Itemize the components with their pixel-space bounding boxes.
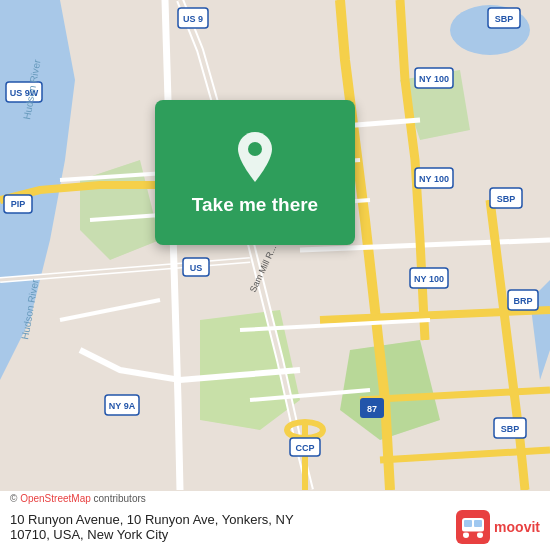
bottom-bar: © OpenStreetMap contributors 10 Runyon A…	[0, 491, 550, 550]
svg-text:SBP: SBP	[497, 194, 516, 204]
svg-line-4	[60, 300, 160, 320]
svg-text:SBP: SBP	[501, 424, 520, 434]
svg-text:NY 9A: NY 9A	[109, 401, 136, 411]
address-block: 10 Runyon Avenue, 10 Runyon Ave, Yonkers…	[10, 512, 294, 542]
osm-attribution: © OpenStreetMap contributors	[0, 491, 550, 506]
svg-text:NY 100: NY 100	[419, 174, 449, 184]
address-line1: 10 Runyon Avenue, 10 Runyon Ave, Yonkers…	[10, 512, 294, 527]
location-pin-icon	[233, 130, 277, 184]
svg-rect-51	[474, 520, 482, 527]
svg-text:SBP: SBP	[495, 14, 514, 24]
map-container: US 9 US 9W PIP NY 9A NY 100 NY 100 NY 10…	[0, 0, 550, 490]
osm-link[interactable]: OpenStreetMap	[20, 493, 91, 504]
address-line2: 10710, USA, New York City	[10, 527, 294, 542]
svg-text:BRP: BRP	[513, 296, 532, 306]
svg-rect-50	[464, 520, 472, 527]
moovit-bus-icon	[456, 510, 490, 544]
svg-point-47	[248, 142, 262, 156]
svg-point-52	[463, 532, 469, 538]
svg-point-53	[477, 532, 483, 538]
svg-text:PIP: PIP	[11, 199, 26, 209]
svg-text:US 9: US 9	[183, 14, 203, 24]
svg-text:CCP: CCP	[295, 443, 314, 453]
take-me-there-card[interactable]: Take me there	[155, 100, 355, 245]
address-row: 10 Runyon Avenue, 10 Runyon Ave, Yonkers…	[0, 506, 550, 550]
svg-text:US: US	[190, 263, 203, 273]
svg-text:87: 87	[367, 404, 377, 414]
osm-prefix: ©	[10, 493, 20, 504]
take-me-there-label: Take me there	[192, 194, 318, 216]
osm-suffix: contributors	[91, 493, 146, 504]
moovit-text: moovit	[494, 519, 540, 535]
svg-text:NY 100: NY 100	[414, 274, 444, 284]
svg-text:NY 100: NY 100	[419, 74, 449, 84]
moovit-logo: moovit	[456, 510, 540, 544]
map-background: US 9 US 9W PIP NY 9A NY 100 NY 100 NY 10…	[0, 0, 550, 490]
